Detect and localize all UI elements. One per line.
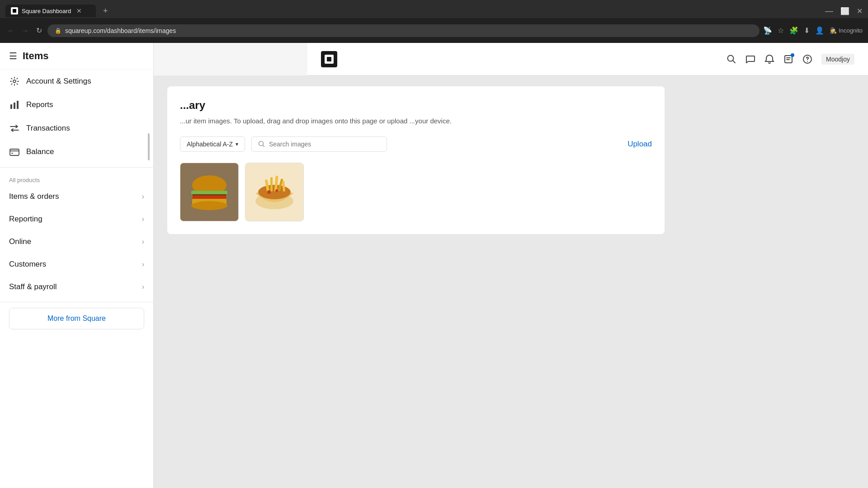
svg-rect-1: [13, 9, 16, 13]
dropdown-arrow-icon: ▾: [236, 141, 238, 147]
sidebar-item-balance[interactable]: Balance: [0, 140, 153, 164]
new-tab-button[interactable]: +: [99, 6, 112, 16]
forward-button[interactable]: →: [20, 25, 31, 37]
sort-label: Alphabetical A-Z: [187, 141, 233, 148]
svg-rect-25: [270, 177, 273, 192]
scroll-indicator[interactable]: [148, 133, 150, 160]
fries-image: [249, 166, 301, 218]
svg-point-29: [267, 190, 271, 194]
svg-point-30: [275, 189, 278, 192]
minimize-button[interactable]: —: [825, 6, 833, 16]
toolbar-actions: 📡 ☆ 🧩 ⬇ 👤 🕵 Incognito: [763, 26, 863, 35]
upload-button[interactable]: Upload: [627, 140, 652, 149]
back-button[interactable]: ←: [5, 25, 16, 37]
page-title: ...ary: [180, 99, 652, 112]
balance-icon: [9, 146, 20, 157]
more-from-square-label: More from Square: [47, 314, 106, 322]
maximize-button[interactable]: ⬜: [840, 7, 849, 15]
reporting-label: Reporting: [9, 215, 42, 224]
sidebar-item-customers[interactable]: Customers ›: [0, 253, 153, 276]
sidebar-divider-1: [0, 167, 153, 168]
sidebar-item-transactions[interactable]: Transactions: [0, 117, 153, 140]
message-icon[interactable]: [745, 54, 755, 64]
browser-chrome: Square Dashboard ✕ + — ⬜ ✕ ← → ↻ 🔒 squar…: [0, 0, 868, 43]
sidebar-item-online[interactable]: Online ›: [0, 230, 153, 253]
svg-rect-7: [11, 153, 13, 154]
sidebar-divider-2: [0, 302, 153, 302]
main-content-area: ...ary ...ur item images. To upload, dra…: [154, 75, 868, 488]
svg-point-21: [191, 201, 227, 210]
notification-dot: [791, 53, 794, 57]
svg-rect-5: [17, 101, 19, 109]
sidebar-scroll-area: Account & Settings Reports: [0, 70, 153, 488]
notification-icon[interactable]: [764, 54, 774, 64]
page-layout: ☰ Items Account & Settings: [0, 43, 868, 488]
search-icon: [258, 141, 265, 148]
svg-point-23: [258, 185, 291, 199]
svg-rect-10: [327, 57, 331, 61]
sort-dropdown[interactable]: Alphabetical A-Z ▾: [180, 136, 245, 152]
address-bar[interactable]: 🔒 squareup.com/dashboard/items/images: [47, 24, 760, 37]
reports-nav-icon[interactable]: [783, 54, 793, 64]
page-description: ...ur item images. To upload, drag and d…: [180, 116, 652, 127]
sidebar-item-reporting[interactable]: Reporting ›: [0, 208, 153, 230]
settings-icon: [9, 76, 20, 87]
items-orders-arrow: ›: [142, 192, 144, 201]
sidebar-title: Items: [23, 50, 48, 62]
online-label: Online: [9, 237, 31, 246]
reload-button[interactable]: ↻: [34, 24, 44, 37]
user-avatar[interactable]: Moodjoy: [821, 54, 854, 65]
user-name: Moodjoy: [826, 56, 850, 63]
bookmark-icon[interactable]: ☆: [778, 26, 784, 35]
transactions-label: Transactions: [26, 124, 70, 133]
search-input[interactable]: [269, 141, 380, 148]
sidebar: ☰ Items Account & Settings: [0, 43, 154, 488]
hamburger-menu-button[interactable]: ☰: [9, 51, 17, 61]
more-from-square-button[interactable]: More from Square: [9, 308, 144, 329]
tab-title: Square Dashboard: [22, 8, 71, 14]
tab-close-button[interactable]: ✕: [76, 7, 82, 14]
balance-label: Balance: [26, 147, 54, 156]
header-logo: [321, 51, 337, 67]
close-window-button[interactable]: ✕: [857, 7, 863, 15]
items-orders-label: Items & orders: [9, 192, 59, 201]
header-actions: Moodjoy: [726, 54, 854, 65]
incognito-icon: 🕵: [830, 27, 837, 34]
cast-icon[interactable]: 📡: [763, 26, 772, 35]
svg-rect-18: [191, 191, 227, 194]
app-header: Moodjoy: [307, 43, 868, 75]
image-item-1[interactable]: [180, 163, 239, 221]
reporting-arrow: ›: [142, 215, 144, 223]
staff-payroll-label: Staff & payroll: [9, 282, 57, 291]
help-icon[interactable]: [802, 54, 812, 64]
image-item-2[interactable]: [245, 163, 304, 221]
content-actions: Alphabetical A-Z ▾ Upload: [180, 136, 652, 152]
staff-payroll-arrow: ›: [142, 283, 144, 291]
reports-label: Reports: [26, 100, 53, 109]
address-text: squareup.com/dashboard/items/images: [65, 27, 176, 34]
image-grid: [180, 163, 652, 221]
sidebar-item-items-orders[interactable]: Items & orders ›: [0, 185, 153, 208]
main-area: Moodjoy ...ary ...ur item images. To upl…: [154, 43, 868, 488]
sidebar-item-reports[interactable]: Reports: [0, 93, 153, 117]
all-products-header: All products: [0, 171, 153, 185]
customers-arrow: ›: [142, 260, 144, 268]
profile-icon[interactable]: 👤: [815, 26, 824, 35]
account-settings-label: Account & Settings: [26, 77, 91, 86]
incognito-badge: 🕵 Incognito: [830, 27, 863, 34]
burger-image: [184, 167, 234, 217]
content-card: ...ary ...ur item images. To upload, dra…: [167, 86, 665, 234]
transactions-icon: [9, 123, 20, 134]
active-tab[interactable]: Square Dashboard ✕: [5, 5, 96, 17]
extension-icon[interactable]: 🧩: [789, 26, 798, 35]
svg-rect-6: [10, 149, 19, 155]
address-lock-icon: 🔒: [55, 28, 61, 34]
search-icon[interactable]: [726, 54, 736, 64]
sidebar-item-account-settings[interactable]: Account & Settings: [0, 70, 153, 93]
tab-favicon: [11, 7, 18, 14]
sidebar-header: ☰ Items: [0, 43, 153, 70]
reports-icon: [9, 99, 20, 110]
sidebar-item-staff-payroll[interactable]: Staff & payroll ›: [0, 276, 153, 298]
download-icon[interactable]: ⬇: [804, 26, 810, 35]
svg-point-2: [13, 80, 16, 83]
